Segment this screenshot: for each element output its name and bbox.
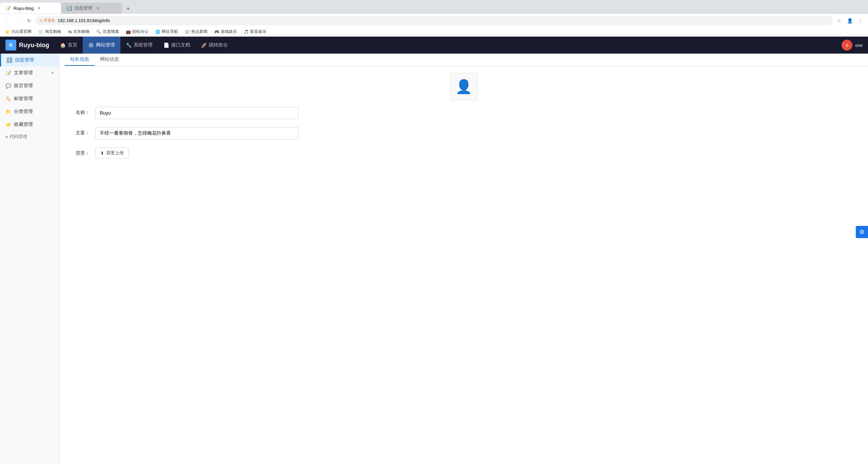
tab-favicon-2: ℹ️ — [66, 6, 72, 11]
sidebar-item-tag-mgmt[interactable]: 🏷️ 标签管理 — [0, 92, 59, 105]
nav-item-sys-mgmt-label: 系统管理 — [134, 42, 153, 48]
tab-favicon: 📝 — [5, 6, 11, 11]
avatar-placeholder-icon: 👤 — [455, 79, 472, 95]
tab-active[interactable]: 📝 Ruyu-blog ✕ — [0, 3, 61, 14]
sidebar-item-info-mgmt-label: 信息管理 — [15, 57, 34, 63]
sub-nav-website-info[interactable]: 网站信息 — [95, 54, 124, 66]
tab-inactive[interactable]: ℹ️ 信息管理 ✕ — [61, 3, 122, 14]
bookmark-item[interactable]: 💼轻松办公 — [124, 28, 151, 35]
tab-close-btn-2[interactable]: ✕ — [95, 5, 100, 11]
sidebar-item-article-mgmt-label: 文章管理 — [14, 70, 33, 76]
bookmark-item[interactable]: 📰热点新闻 — [183, 28, 210, 35]
settings-fab[interactable]: ⚙ — [856, 226, 868, 238]
frontend-icon: 🚀 — [201, 42, 207, 48]
home-icon: 🏠 — [60, 42, 66, 48]
bookmark-item[interactable]: 🔍百度搜索 — [94, 28, 121, 35]
sidebar-item-article-mgmt[interactable]: 📝 文章管理 ▾ — [0, 66, 59, 79]
tab-close-btn[interactable]: ✕ — [36, 5, 42, 11]
form-group-text: 文案： — [70, 127, 858, 139]
tag-mgmt-icon: 🏷️ — [5, 96, 11, 101]
bookmarks-bar: ⭐大白菜官网 🛒淘宝购物 🛍京东购物 🔍百度搜索 💼轻松办公 🌐网址导航 📰热点… — [0, 27, 868, 37]
back-button[interactable]: ← — [3, 16, 12, 25]
sidebar-item-favorites-mgmt[interactable]: ⭐ 收藏管理 — [0, 118, 59, 131]
bg-label: 背景： — [70, 148, 90, 156]
nav-item-frontend-label: 跳转前台 — [209, 42, 228, 48]
reload-button[interactable]: ↻ — [24, 16, 34, 25]
text-input[interactable] — [95, 127, 299, 139]
nav-item-api-docs[interactable]: 📄 接口文档 — [158, 37, 196, 54]
bookmark-button[interactable]: ☆ — [834, 16, 844, 25]
nav-item-sys-mgmt[interactable]: 🔧 系统管理 — [120, 37, 158, 54]
name-input[interactable] — [95, 107, 299, 119]
bookmark-item[interactable]: 🛍京东购物 — [66, 28, 92, 35]
avatar-section: 👤 — [70, 73, 858, 100]
user-name: one — [855, 43, 863, 48]
menu-button[interactable]: ⋮ — [856, 16, 865, 25]
nav-item-frontend[interactable]: 🚀 跳转前台 — [196, 37, 233, 54]
brand-name: Ruyu-blog — [19, 42, 49, 49]
app-nav: 🏠 首页 ⚙️ 网站管理 🔧 系统管理 📄 接口文档 🚀 跳转前台 — [55, 37, 836, 54]
upload-label: 背景上传 — [106, 150, 124, 156]
user-area: o one — [842, 40, 863, 51]
sub-nav: 站长信息 网站信息 — [59, 54, 868, 66]
profile-button[interactable]: 👤 — [845, 16, 854, 25]
bookmark-item[interactable]: 🎵影音娱乐 — [242, 28, 269, 35]
article-mgmt-icon: 📝 — [5, 70, 11, 76]
tab-title: Ruyu-blog — [14, 6, 34, 11]
sidebar-item-comment-mgmt[interactable]: 💬 留言管理 — [0, 79, 59, 92]
nav-item-api-docs-label: 接口文档 — [171, 42, 190, 48]
avatar[interactable]: o — [842, 40, 852, 51]
sidebar: ℹ️ 信息管理 📝 文章管理 ▾ 💬 留言管理 🏷️ 标签管理 📁 分类管理 ⭐… — [0, 54, 59, 464]
sidebar-item-category-mgmt-label: 分类管理 — [14, 109, 33, 115]
content-area: Ruyu-blog Ruyu-blog Ruyu-blog Ruyu-blog … — [59, 66, 868, 173]
new-tab-button[interactable]: + — [123, 4, 133, 14]
expand-icon: ▾ — [52, 71, 54, 75]
upload-icon: ⬆ — [100, 151, 104, 156]
sidebar-item-favorites-mgmt-label: 收藏管理 — [14, 121, 33, 128]
code-mgmt-icon: ≡ — [5, 134, 8, 139]
sidebar-item-code-mgmt[interactable]: ≡ 代码管理 — [0, 131, 59, 142]
sub-nav-site-info[interactable]: 站长信息 — [65, 54, 95, 66]
avatar-upload-area[interactable]: 👤 — [450, 73, 477, 100]
bookmark-item[interactable]: 🛒淘宝购物 — [36, 28, 63, 35]
settings-fab-icon: ⚙ — [859, 228, 865, 236]
nav-item-site-mgmt[interactable]: ⚙️ 网站管理 — [83, 37, 120, 54]
favorites-mgmt-icon: ⭐ — [5, 122, 11, 127]
forward-button[interactable]: → — [14, 16, 23, 25]
address-bar[interactable]: ⚠ 不安全 — [35, 16, 833, 25]
form-group-bg: 背景： ⬆ 背景上传 — [70, 148, 858, 158]
address-input[interactable] — [58, 18, 829, 23]
content-rel: 👤 名称： 文案： 背景： ⬆ 背景上传 — [70, 73, 858, 158]
bookmark-item[interactable]: 🌐网址导航 — [153, 28, 180, 35]
comment-mgmt-icon: 💬 — [5, 83, 11, 89]
bookmark-item[interactable]: 🎮游戏娱乐 — [212, 28, 239, 35]
bookmark-item[interactable]: ⭐大白菜官网 — [3, 28, 34, 35]
main-content: 站长信息 网站信息 Ruyu-blog Ruyu-blog Ruyu-blog … — [59, 54, 868, 464]
nav-item-home[interactable]: 🏠 首页 — [55, 37, 83, 54]
sidebar-item-tag-mgmt-label: 标签管理 — [14, 96, 33, 102]
nav-bar: ← → ↻ ⚠ 不安全 ☆ 👤 ⋮ — [0, 14, 868, 27]
nav-item-site-mgmt-label: 网站管理 — [96, 42, 115, 48]
info-mgmt-icon: ℹ️ — [6, 57, 12, 63]
tab-bar: 📝 Ruyu-blog ✕ ℹ️ 信息管理 ✕ + — [0, 0, 868, 14]
app-body: ℹ️ 信息管理 📝 文章管理 ▾ 💬 留言管理 🏷️ 标签管理 📁 分类管理 ⭐… — [0, 54, 868, 464]
text-label: 文案： — [70, 127, 90, 136]
upload-button[interactable]: ⬆ 背景上传 — [95, 148, 129, 158]
security-warning: ⚠ 不安全 — [39, 18, 55, 23]
app-header: R Ruyu-blog 🏠 首页 ⚙️ 网站管理 🔧 系统管理 📄 接口文档 🚀… — [0, 37, 868, 54]
api-docs-icon: 📄 — [163, 42, 169, 48]
browser-chrome: 📝 Ruyu-blog ✕ ℹ️ 信息管理 ✕ + ← → ↻ ⚠ 不安全 ☆ … — [0, 0, 868, 37]
logo-icon: R — [5, 40, 16, 51]
sys-mgmt-icon: 🔧 — [126, 42, 132, 48]
sidebar-item-comment-mgmt-label: 留言管理 — [14, 83, 33, 89]
tab-title-2: 信息管理 — [75, 5, 92, 11]
form-group-name: 名称： — [70, 107, 858, 119]
name-label: 名称： — [70, 107, 90, 116]
sidebar-item-info-mgmt[interactable]: ℹ️ 信息管理 — [0, 54, 59, 66]
sidebar-item-category-mgmt[interactable]: 📁 分类管理 — [0, 105, 59, 118]
site-mgmt-icon: ⚙️ — [88, 42, 94, 48]
app-logo: R Ruyu-blog — [5, 40, 49, 51]
category-mgmt-icon: 📁 — [5, 109, 11, 114]
nav-item-home-label: 首页 — [68, 42, 77, 48]
